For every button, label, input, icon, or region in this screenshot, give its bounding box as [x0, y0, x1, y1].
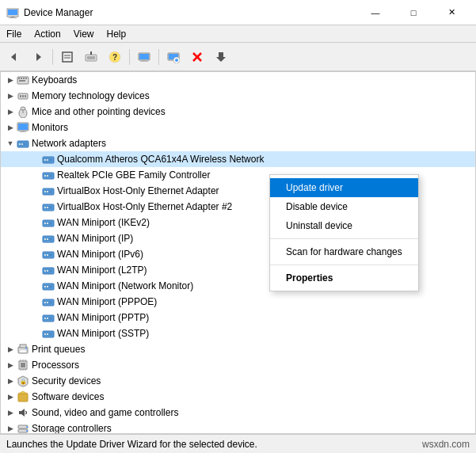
scan-icon	[167, 51, 180, 63]
svg-point-77	[47, 270, 48, 272]
monitors-icon	[17, 121, 29, 134]
expand-keyboards[interactable]: ▶	[4, 72, 17, 88]
monitors-label: Monitors	[32, 122, 68, 133]
ctx-scan-hardware[interactable]: Scan for hardware changes	[270, 242, 418, 261]
delete-button[interactable]	[186, 46, 208, 68]
wan-monitor-label: WAN Miniport (Network Monitor)	[57, 280, 193, 291]
expand-sound[interactable]: ▶	[4, 405, 17, 421]
svg-point-72	[44, 254, 46, 256]
ctx-separator-2	[270, 265, 418, 265]
tree-item-security[interactable]: ▶ 🔒 Security devices	[1, 373, 475, 389]
storage-icon	[17, 422, 29, 434]
wan-ikev2-icon	[42, 216, 55, 229]
tree-item-monitors[interactable]: ▶ Monitors	[1, 120, 475, 135]
svg-point-44	[19, 143, 21, 145]
svg-marker-5	[36, 53, 41, 61]
qualcomm-icon	[42, 153, 55, 166]
wan-ikev2-label: WAN Miniport (IKEv2)	[57, 217, 150, 228]
help-button[interactable]: ?	[104, 46, 126, 68]
tree-item-wan-pptp[interactable]: ▶ WAN Miniport (PPTP)	[1, 310, 475, 325]
status-bar: Launches the Update Driver Wizard for th…	[0, 434, 476, 453]
wan-pptp-label: WAN Miniport (PPTP)	[57, 312, 149, 323]
memory-icon	[17, 89, 29, 102]
svg-rect-3	[9, 17, 17, 18]
update-driver-button[interactable]	[80, 46, 102, 68]
tree-item-wan-sstp[interactable]: ▶ WAN Miniport (SSTP)	[1, 325, 475, 341]
print-icon	[17, 343, 29, 356]
svg-rect-27	[21, 78, 22, 79]
network-icon	[17, 137, 29, 150]
tree-item-sound[interactable]: ▶ Sound, video and game controllers	[1, 405, 475, 421]
expand-monitors[interactable]: ▶	[4, 120, 17, 135]
menu-action[interactable]: Action	[28, 25, 67, 42]
ctx-properties[interactable]: Properties	[270, 268, 418, 287]
expand-mice[interactable]: ▶	[4, 104, 17, 120]
tree-item-storage[interactable]: ▶ Storage controllers	[1, 421, 475, 434]
wan-ipv6-icon	[42, 248, 55, 261]
menu-view[interactable]: View	[67, 25, 101, 42]
tree-item-mice[interactable]: ▶ Mice and other pointing devices	[1, 104, 475, 120]
software-label: Software devices	[32, 391, 104, 402]
security-icon: 🔒	[17, 375, 29, 387]
svg-point-73	[47, 254, 48, 256]
svg-rect-6	[63, 52, 72, 62]
wan-l2tp-label: WAN Miniport (L2TP)	[57, 265, 147, 276]
svg-point-48	[44, 159, 46, 161]
wan-ip-label: WAN Miniport (IP)	[57, 233, 133, 244]
menu-help[interactable]: Help	[101, 25, 133, 42]
wan-sstp-icon	[42, 327, 55, 340]
scan-button[interactable]	[162, 46, 185, 68]
tree-item-processors[interactable]: ▶ Processors	[1, 357, 475, 373]
close-button[interactable]: ✕	[433, 0, 470, 25]
tree-item-network[interactable]: ▼ Network adapters	[1, 135, 475, 151]
svg-marker-108	[18, 391, 28, 394]
svg-point-52	[44, 175, 46, 177]
sound-icon	[17, 406, 29, 419]
svg-rect-30	[19, 80, 25, 82]
expand-memory[interactable]: ▶	[4, 88, 17, 104]
svg-rect-39	[18, 124, 28, 130]
svg-rect-99	[21, 363, 25, 367]
wan-ip-icon	[42, 232, 55, 245]
properties-small-button[interactable]	[56, 46, 78, 68]
expand-storage[interactable]: ▶	[4, 421, 17, 434]
tree-item-memory[interactable]: ▶ Memory technology devices	[1, 88, 475, 104]
expand-print[interactable]: ▶	[4, 341, 17, 357]
maximize-button[interactable]: □	[395, 0, 432, 25]
computer-icon	[138, 51, 150, 63]
help-icon: ?	[109, 51, 121, 63]
tree-item-keyboards[interactable]: ▶ Keyboards	[1, 72, 475, 88]
context-menu: Update driver Disable device Uninstall d…	[269, 174, 419, 291]
expand-security[interactable]: ▶	[4, 373, 17, 389]
svg-rect-41	[20, 131, 26, 132]
ctx-update-driver[interactable]: Update driver	[270, 178, 418, 197]
svg-point-53	[47, 175, 48, 177]
ctx-disable-device[interactable]: Disable device	[270, 197, 418, 216]
computer-button[interactable]	[133, 46, 155, 68]
software-icon	[17, 390, 29, 403]
svg-marker-24	[216, 52, 226, 62]
expand-processors[interactable]: ▶	[4, 357, 17, 373]
svg-point-61	[47, 207, 48, 208]
svg-rect-95	[20, 345, 26, 348]
wan-ipv6-label: WAN Miniport (IPv6)	[57, 249, 143, 260]
back-button[interactable]	[3, 46, 25, 68]
window-title: Device Manager	[24, 7, 93, 18]
vbox1-label: VirtualBox Host-Only Ethernet Adapter	[57, 185, 219, 196]
forward-button[interactable]	[27, 46, 49, 68]
expand-network[interactable]: ▼	[4, 135, 17, 151]
keyboards-icon	[17, 74, 29, 86]
download-button[interactable]	[210, 46, 232, 68]
svg-rect-33	[22, 95, 24, 97]
tree-item-print-queues[interactable]: ▶ Print queues	[1, 341, 475, 357]
ctx-uninstall-device[interactable]: Uninstall device	[270, 216, 418, 235]
menu-file[interactable]: File	[0, 25, 28, 42]
minimize-button[interactable]: —	[357, 0, 394, 25]
print-label: Print queues	[32, 344, 85, 355]
tree-item-wan-pppoe[interactable]: ▶ WAN Miniport (PPPOE)	[1, 294, 475, 310]
svg-rect-15	[139, 54, 149, 59]
svg-rect-96	[20, 350, 26, 352]
tree-item-qualcomm[interactable]: ▶ Qualcomm Atheros QCA61x4A Wireless Net…	[1, 151, 475, 167]
tree-item-software[interactable]: ▶ Software devices	[1, 389, 475, 405]
expand-software[interactable]: ▶	[4, 389, 17, 405]
